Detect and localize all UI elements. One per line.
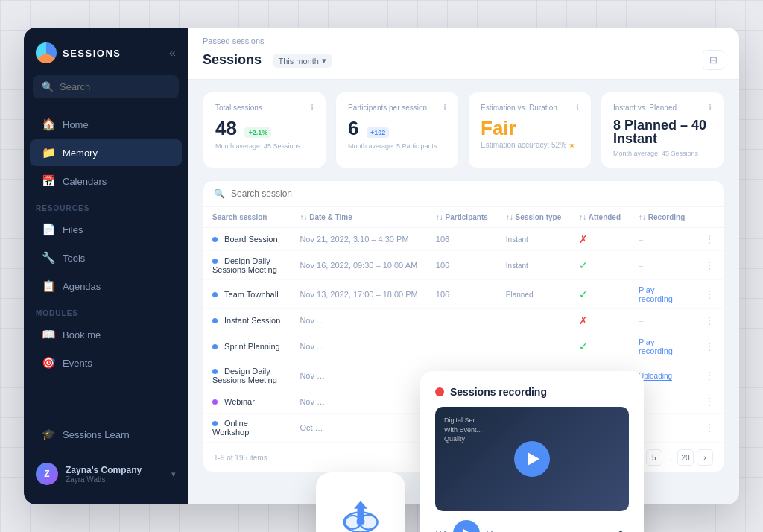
info-icon-estimation[interactable]: ℹ [576,103,579,113]
more-options-button[interactable]: ⋮ [704,259,715,271]
more-options-button[interactable]: ⋮ [704,233,715,245]
sidebar-item-events[interactable]: 🎯 Events [30,349,182,376]
period-selector[interactable]: This month ▾ [273,54,332,68]
user-info: Zayna's Company Zayra Watts [66,465,142,484]
session-attended-cell: ✓ [570,280,630,309]
forward-button[interactable]: ⏭ [486,527,498,532]
session-name-cell: Instant Session [203,309,291,332]
more-options-button[interactable]: ⋮ [704,422,715,434]
play-recording-link[interactable]: Play recording [639,285,673,303]
col-datetime[interactable]: ↑↓ Date & Time [291,207,426,228]
sidebar-item-home[interactable]: 🏠 Home [30,111,182,138]
info-icon-total[interactable]: ℹ [311,103,314,113]
col-attended[interactable]: ↑↓ Attended [570,207,630,228]
page-title: Sessions [203,52,262,67]
search-input[interactable] [60,81,170,92]
session-participants-cell: 106 [427,251,497,280]
memory-icon: 📁 [42,146,55,159]
session-name: Online Workshop [212,419,249,437]
rewind-button[interactable]: ⏮ [435,527,447,532]
next-page-btn[interactable]: › [697,449,713,466]
sidebar-item-sessions-learn[interactable]: 🎓 Sessions Learn [30,420,182,449]
attended-yes-icon: ✓ [579,341,588,352]
sidebar-item-files[interactable]: 📄 Files [30,216,182,243]
resources-section-label: Resources [24,195,188,215]
table-search-bar: 🔍 [203,181,724,207]
col-actions [695,207,724,228]
session-more-cell[interactable]: ⋮ [695,361,724,390]
stat-sub-participants: Month average: 5 Participants [348,142,446,150]
play-button-small[interactable] [453,520,480,532]
col-participants[interactable]: ↑↓ Participants [427,207,497,228]
session-type-cell [497,332,570,361]
play-recording-link[interactable]: Play recording [639,338,673,355]
volume-icon[interactable]: 🔈 [616,528,629,532]
search-bar[interactable]: 🔍 [33,75,179,98]
sidebar-label-events: Events [63,358,92,369]
session-more-cell[interactable]: ⋮ [695,414,724,443]
attended-no-icon: ✗ [579,233,588,245]
stat-card-total-sessions: Total sessions ℹ 48 +2.1% Month average:… [203,92,326,168]
session-name: Team Townhall [224,290,279,299]
session-recording-cell: – [630,309,695,332]
session-more-cell[interactable]: ⋮ [695,251,724,280]
play-button-large[interactable] [514,441,550,477]
stat-label-instant: Instant vs. Planned [613,104,677,112]
session-name-cell: Team Townhall [203,280,291,309]
sidebar-item-agendas[interactable]: 📋 Agendas [30,273,182,300]
session-dot [212,259,218,264]
info-icon-instant[interactable]: ℹ [709,103,712,113]
session-dot [212,292,218,297]
sidebar-item-bookme[interactable]: 📖 Book me [30,321,182,348]
more-options-button[interactable]: ⋮ [704,314,715,326]
session-more-cell[interactable]: ⋮ [695,280,724,309]
table-search-input[interactable] [231,189,365,199]
session-recording-cell: Play recording [630,332,695,361]
col-session-type[interactable]: ↑↓ Session type [497,207,570,228]
calendars-icon: 📅 [42,174,55,188]
table-row: Sprint Planning Nov … ✓ Play recording ⋮ [203,332,724,361]
svg-rect-5 [357,519,365,525]
attended-no-icon: ✗ [579,314,588,326]
session-more-cell[interactable]: ⋮ [695,309,724,332]
session-dot [212,399,218,405]
play-triangle-small-icon [463,529,471,532]
session-more-cell[interactable]: ⋮ [695,332,724,361]
sidebar-item-tools[interactable]: 🔧 Tools [30,244,182,271]
session-participants-cell: 106 [427,228,497,251]
col-recording[interactable]: ↑↓ Recording [630,207,695,228]
video-thumbnail[interactable]: Digital Ser... With Event... Quality [435,407,629,511]
page-btn-20[interactable]: 20 [677,449,694,466]
session-date-cell: Nov 16, 2022, 09:30 – 10:00 AM [291,251,426,280]
stat-card-estimation: Estimation vs. Duration ℹ Fair Estimatio… [468,92,592,168]
session-name-cell: Design Daily Sessions Meeting [203,251,291,280]
stat-value-participants: 6 +102 [348,118,446,138]
star-icon: ★ [569,141,575,149]
collapse-icon[interactable]: « [169,46,176,60]
passed-sessions-label: Passed sessions [203,37,724,45]
more-options-button[interactable]: ⋮ [704,288,715,300]
session-recording-cell: – [630,228,695,251]
more-options-button[interactable]: ⋮ [704,396,715,408]
sessions-title-area: Sessions This month ▾ [203,52,332,69]
filter-button[interactable]: ⊟ [703,50,724,70]
sidebar-label-home: Home [63,119,89,130]
table-row: Instant Session Nov … ✗ – ⋮ [203,309,724,332]
session-more-cell[interactable]: ⋮ [695,228,724,251]
session-date-cell: Nov … [291,332,426,361]
user-section[interactable]: Z Zayna's Company Zayra Watts ▾ [24,455,188,493]
info-icon-participants[interactable]: ℹ [443,103,446,113]
session-more-cell[interactable]: ⋮ [695,390,724,414]
more-options-button[interactable]: ⋮ [704,370,715,381]
session-participants-cell [427,332,497,361]
sidebar-item-calendars[interactable]: 📅 Calendars [30,168,182,194]
page-btn-5[interactable]: 5 [646,449,662,466]
sidebar-item-memory[interactable]: 📁 Memory [30,139,182,166]
more-options-button[interactable]: ⋮ [704,341,715,352]
agendas-icon: 📋 [42,279,55,293]
session-attended-cell: ✗ [570,228,630,251]
session-recording-cell: Play recording [630,280,695,309]
session-dot [212,237,218,242]
attended-yes-icon: ✓ [579,288,588,300]
col-session-name: Search session [203,207,291,228]
